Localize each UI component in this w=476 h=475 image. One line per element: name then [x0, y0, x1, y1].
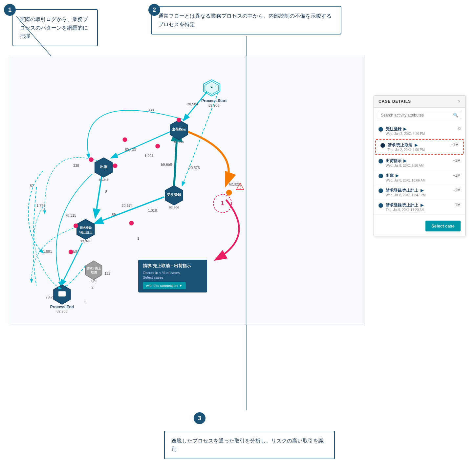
- activity-time: Wed, Jul 8, 20X1 10:06 AM: [386, 179, 425, 182]
- svg-text:78,315: 78,315: [65, 213, 76, 217]
- svg-text:b9,6b8: b9,6b8: [161, 162, 172, 166]
- activity-value: −1M: [453, 173, 461, 178]
- svg-text:20,576: 20,576: [189, 166, 200, 170]
- svg-text:20,584: 20,584: [187, 102, 198, 106]
- activity-dot: [380, 143, 385, 148]
- select-case-button[interactable]: Select case: [425, 221, 461, 231]
- svg-text:1: 1: [137, 236, 139, 240]
- svg-text:請求 / 売上: 請求 / 売上: [87, 267, 101, 270]
- callout-3-text: 逸脱したプロセスを通った取引を分析し、リスクの高い取引を識別: [171, 438, 324, 452]
- activity-value: −1M: [453, 188, 461, 192]
- activity-value: 0: [458, 126, 461, 131]
- svg-point-70: [155, 144, 160, 148]
- svg-text:受注登録: 受注登録: [167, 193, 182, 197]
- tooltip-popup: 請求/売上取消・出荷指示 Occurs in < % of cases Sele…: [138, 260, 207, 292]
- panel-header: CASE DETAILS ×: [374, 96, 465, 108]
- activity-dot: [379, 174, 383, 178]
- panel-search-bar[interactable]: 🔍: [378, 111, 461, 119]
- svg-text:79,344: 79,344: [81, 239, 91, 243]
- tooltip-line1: Occurs in < % of cases: [143, 271, 203, 275]
- svg-point-50: [89, 157, 94, 162]
- activity-name: 受注登録 ▶: [386, 126, 425, 132]
- activity-time: Wed, Jun 2, 20X1 4:20 PM: [386, 132, 425, 136]
- svg-text:取消: 取消: [91, 271, 97, 274]
- callout-1-text: 実際の取引ログから、業務プロセスのパターンを網羅的に把握: [20, 16, 88, 39]
- activity-value: −1M: [451, 142, 459, 147]
- tooltip-dropdown-icon: ▼: [179, 284, 183, 288]
- svg-point-72: [129, 221, 134, 226]
- svg-text:338: 338: [73, 163, 79, 167]
- svg-text:20,574: 20,574: [121, 204, 133, 207]
- callout-2-text: 通常フローとは異なる業務プロセスの中から、内部統制の不備を示唆するプロセスを特定: [158, 13, 332, 27]
- activity-item[interactable]: 出庫 ▶ Wed, Jul 8, 20X1 10:06 AM −1M: [374, 170, 465, 185]
- svg-text:80,245: 80,245: [98, 178, 109, 181]
- activity-value: −1M: [453, 158, 461, 163]
- svg-text:82,245: 82,245: [174, 140, 184, 143]
- activity-list: 受注登録 ▶ Wed, Jun 2, 20X1 4:20 PM 0 請求/売上取…: [374, 122, 465, 216]
- svg-text:出荷指示: 出荷指示: [172, 127, 186, 131]
- svg-text:2: 2: [92, 285, 94, 289]
- callout-1: 実際の取引ログから、業務プロセスのパターンを網羅的に把握: [12, 9, 98, 46]
- svg-text:82,906: 82,906: [56, 309, 68, 313]
- activity-time: Wed, Jul 8, 20X1 12:47 PM: [386, 193, 426, 197]
- activity-name: 請求/売上取消 ▶: [388, 142, 425, 148]
- svg-rect-65: [58, 291, 66, 296]
- case-details-panel: CASE DETAILS × 🔍 受注登録 ▶ Wed, Jun 2, 20X1…: [374, 95, 465, 236]
- activity-time: Wed, Jul 8, 20X1 9:16 AM: [386, 164, 423, 167]
- activity-dot: [379, 203, 383, 208]
- svg-text:⚠: ⚠: [236, 181, 245, 192]
- panel-close-button[interactable]: ×: [458, 99, 461, 104]
- search-input[interactable]: [381, 113, 453, 118]
- svg-text:▶: ▶: [211, 86, 213, 89]
- svg-text:82,906: 82,906: [169, 205, 179, 209]
- svg-text:b97: b97: [73, 249, 79, 253]
- svg-text:1,018: 1,018: [148, 208, 157, 212]
- activity-name: 請求登録/売上計上 ▶: [386, 203, 424, 208]
- svg-point-59: [74, 224, 78, 228]
- svg-point-71: [122, 137, 127, 142]
- badge-1: 1: [4, 4, 16, 16]
- svg-text:127: 127: [105, 271, 111, 275]
- activity-item[interactable]: 受注登録 ▶ Wed, Jun 2, 20X1 4:20 PM 0: [374, 124, 465, 139]
- svg-point-49: [113, 163, 118, 168]
- activity-item[interactable]: 請求登録/売上計上 ▶ Thu, Jul 9, 20X1 11:20 AM 1M: [374, 200, 465, 215]
- svg-text:Process Start: Process Start: [201, 98, 227, 103]
- svg-text:/ 売上計上: / 売上計上: [79, 230, 93, 234]
- badge-3: 3: [194, 412, 206, 424]
- svg-text:請求登録: 請求登録: [80, 226, 92, 229]
- svg-text:129: 129: [91, 279, 97, 283]
- tooltip-connection-button[interactable]: with this connection ▼: [143, 282, 186, 289]
- activity-dot: [379, 188, 383, 193]
- tooltip-title: 請求/売上取消・出荷指示: [143, 263, 203, 269]
- activity-item[interactable]: 請求/売上取消 ▶ Thu, Jul 2, 20X1 4:00 PM −1M: [375, 139, 464, 155]
- search-icon: 🔍: [453, 113, 458, 118]
- svg-text:338: 338: [148, 108, 154, 112]
- activity-dot: [379, 159, 383, 163]
- activity-name: 請求登録/売上計上 ▶: [386, 188, 426, 193]
- svg-point-45: [177, 118, 181, 122]
- svg-text:1,981: 1,981: [43, 249, 52, 253]
- process-diagram: 1 338 60,133 1,001 20,584 62,322 b9,6b8 …: [10, 56, 364, 325]
- badge-2: 2: [148, 4, 160, 16]
- svg-text:1,001: 1,001: [144, 154, 153, 158]
- svg-text:1: 1: [84, 300, 86, 304]
- svg-text:82,906: 82,906: [208, 103, 220, 107]
- tooltip-line2: Select cases: [143, 275, 203, 279]
- tooltip-btn-label: with this connection: [146, 284, 178, 288]
- activity-name: 出荷指示 ▶: [386, 158, 423, 164]
- activity-name: 出庫 ▶: [386, 173, 425, 179]
- svg-text:出庫: 出庫: [100, 165, 108, 169]
- activity-item[interactable]: 請求登録/売上計上 ▶ Wed, Jul 8, 20X1 12:47 PM −1…: [374, 185, 465, 200]
- activity-dot: [379, 127, 383, 132]
- panel-title: CASE DETAILS: [379, 99, 411, 104]
- svg-text:60,133: 60,133: [125, 148, 136, 152]
- activity-item[interactable]: 出荷指示 ▶ Wed, Jul 8, 20X1 9:16 AM −1M: [374, 156, 465, 170]
- svg-text:1: 1: [221, 200, 224, 206]
- svg-point-73: [69, 250, 73, 254]
- callout-2: 通常フローとは異なる業務プロセスの中から、内部統制の不備を示唆するプロセスを特定: [151, 6, 341, 34]
- svg-text:8: 8: [105, 190, 107, 194]
- svg-text:1,756: 1,756: [36, 204, 45, 207]
- activity-time: Thu, Jul 9, 20X1 11:20 AM: [386, 208, 424, 212]
- callout-3: 逸脱したプロセスを通った取引を分析し、リスクの高い取引を識別: [164, 431, 335, 459]
- activity-value: 1M: [455, 203, 461, 207]
